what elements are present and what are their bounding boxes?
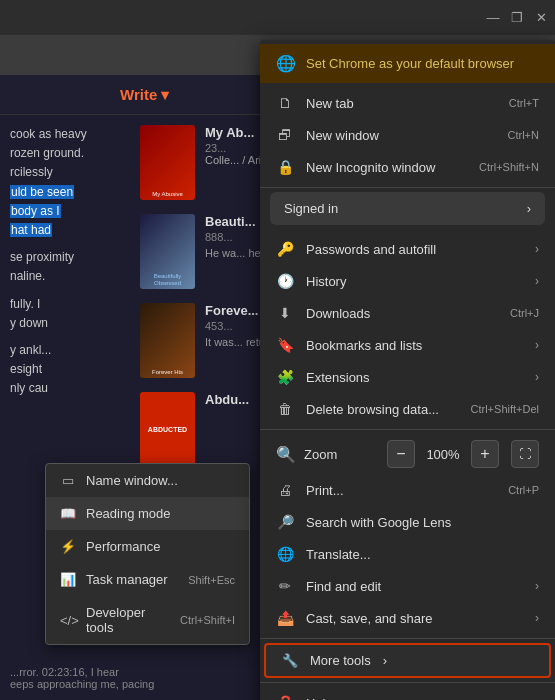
chrome-icon: 🌐 [276, 54, 296, 73]
menu-item-more-tools[interactable]: 🔧 More tools › [264, 643, 551, 678]
menu-item-help[interactable]: ❓ Help › [260, 687, 555, 700]
close-button[interactable]: ✕ [535, 12, 547, 24]
help-icon: ❓ [276, 695, 294, 700]
menu-item-history[interactable]: 🕐 History › [260, 265, 555, 297]
menu-item-downloads[interactable]: ⬇ Downloads Ctrl+J [260, 297, 555, 329]
menu-item-google-lens[interactable]: 🔎 Search with Google Lens [260, 506, 555, 538]
zoom-icon: 🔍 [276, 445, 296, 464]
task-manager-icon: 📊 [60, 572, 76, 587]
menu-item-passwords[interactable]: 🔑 Passwords and autofill › [260, 233, 555, 265]
menu-item-incognito[interactable]: 🔒 New Incognito window Ctrl+Shift+N [260, 151, 555, 183]
context-item-task-manager[interactable]: 📊 Task manager Shift+Esc [46, 563, 249, 596]
set-default-banner[interactable]: 🌐 Set Chrome as your default browser [260, 44, 555, 83]
new-tab-icon: 🗋 [276, 95, 294, 111]
highlighted-text-3: hat had [10, 221, 130, 240]
book-cover-1: My Abusive [140, 125, 195, 200]
book-cover-2: Beautifully Obsessed [140, 214, 195, 289]
write-button[interactable]: Write ▾ [120, 86, 169, 104]
maximize-button[interactable]: ❐ [511, 12, 523, 24]
menu-item-new-window[interactable]: 🗗 New window Ctrl+N [260, 119, 555, 151]
menu-section-features: 🔑 Passwords and autofill › 🕐 History › ⬇… [260, 229, 555, 430]
bookmarks-icon: 🔖 [276, 337, 294, 353]
context-item-performance[interactable]: ⚡ Performance [46, 530, 249, 563]
signed-in-button[interactable]: Signed in › [270, 192, 545, 225]
menu-item-translate[interactable]: 🌐 Translate... [260, 538, 555, 570]
menu-item-print[interactable]: 🖨 Print... Ctrl+P [260, 474, 555, 506]
zoom-minus-button[interactable]: − [387, 440, 415, 468]
menu-item-new-tab[interactable]: 🗋 New tab Ctrl+T [260, 87, 555, 119]
menu-item-delete-browsing[interactable]: 🗑 Delete browsing data... Ctrl+Shift+Del [260, 393, 555, 425]
book-cover-4: ABDUCTED [140, 392, 195, 467]
delete-icon: 🗑 [276, 401, 294, 417]
window-icon: ▭ [60, 473, 76, 488]
menu-section-more-tools: 🔧 More tools › [260, 639, 555, 683]
menu-item-find-edit[interactable]: ✏ Find and edit › [260, 570, 555, 602]
incognito-icon: 🔒 [276, 159, 294, 175]
context-item-developer-tools[interactable]: </> Developer tools Ctrl+Shift+I [46, 596, 249, 644]
more-tools-icon: 🔧 [282, 653, 298, 668]
find-edit-icon: ✏ [276, 578, 294, 594]
menu-item-cast-save[interactable]: 📤 Cast, save, and share › [260, 602, 555, 634]
lens-icon: 🔎 [276, 514, 294, 530]
zoom-row: 🔍 Zoom − 100% + ⛶ [260, 434, 555, 474]
menu-item-bookmarks[interactable]: 🔖 Bookmarks and lists › [260, 329, 555, 361]
menu-section-tools: 🔍 Zoom − 100% + ⛶ 🖨 Print... Ctrl+P 🔎 Se… [260, 430, 555, 639]
print-icon: 🖨 [276, 482, 294, 498]
performance-icon: ⚡ [60, 539, 76, 554]
minimize-button[interactable]: — [487, 12, 499, 24]
context-item-name-window[interactable]: ▭ Name window... [46, 464, 249, 497]
context-menu: ▭ Name window... 📖 Reading mode ⚡ Perfor… [45, 463, 250, 645]
menu-section-help-settings: ❓ Help › ⚙ Settings [260, 683, 555, 700]
book-cover-3: Forever His [140, 303, 195, 378]
highlighted-text-2: body as I [10, 202, 130, 221]
translate-icon: 🌐 [276, 546, 294, 562]
cast-icon: 📤 [276, 610, 294, 626]
history-icon: 🕐 [276, 273, 294, 289]
developer-tools-icon: </> [60, 613, 76, 628]
downloads-icon: ⬇ [276, 305, 294, 321]
context-item-reading-mode[interactable]: 📖 Reading mode [46, 497, 249, 530]
menu-section-new: 🗋 New tab Ctrl+T 🗗 New window Ctrl+N 🔒 N… [260, 83, 555, 188]
story-text: cook as heavy rozen ground. rcilessly ul… [10, 125, 130, 398]
passwords-icon: 🔑 [276, 241, 294, 257]
title-bar: — ❐ ✕ [0, 0, 555, 35]
chrome-menu: 🌐 Set Chrome as your default browser 🗋 N… [260, 40, 555, 700]
menu-item-extensions[interactable]: 🧩 Extensions › [260, 361, 555, 393]
zoom-fullscreen-button[interactable]: ⛶ [511, 440, 539, 468]
footer-text: ...rror. 02:23:16, I heareeps approachin… [10, 666, 154, 690]
highlighted-text-1: uld be seen [10, 183, 130, 202]
reading-mode-icon: 📖 [60, 506, 76, 521]
zoom-plus-button[interactable]: + [471, 440, 499, 468]
extensions-icon: 🧩 [276, 369, 294, 385]
zoom-value: 100% [423, 447, 463, 462]
new-window-icon: 🗗 [276, 127, 294, 143]
